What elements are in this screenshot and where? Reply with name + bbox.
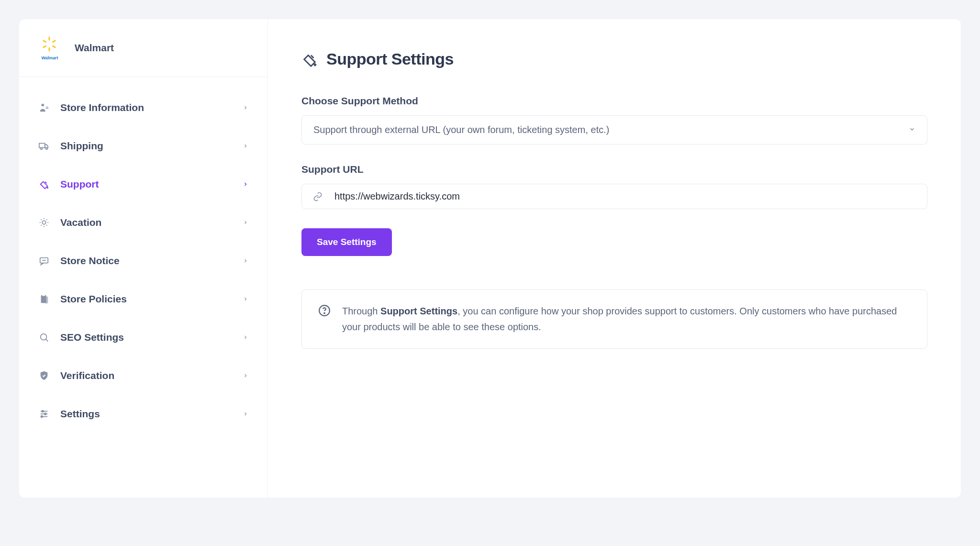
sun-icon bbox=[38, 217, 50, 228]
svg-rect-2 bbox=[52, 39, 56, 43]
svg-line-21 bbox=[41, 225, 41, 225]
support-url-field: Support URL bbox=[301, 164, 927, 209]
sidebar-item-label: Shipping bbox=[60, 140, 232, 152]
sidebar-item-label: SEO Settings bbox=[60, 332, 232, 343]
brand-name: Walmart bbox=[75, 42, 114, 54]
message-icon bbox=[38, 255, 50, 267]
link-icon bbox=[312, 191, 323, 202]
chevron-right-icon bbox=[243, 218, 248, 228]
search-icon bbox=[38, 332, 50, 343]
svg-rect-1 bbox=[49, 47, 50, 51]
chevron-right-icon bbox=[243, 294, 248, 304]
svg-line-29 bbox=[46, 339, 48, 342]
svg-rect-3 bbox=[43, 45, 47, 48]
select-value: Support through external URL (your own f… bbox=[313, 124, 609, 135]
info-box: Through Support Settings, you can config… bbox=[301, 290, 927, 349]
user-icon bbox=[38, 102, 50, 113]
svg-point-31 bbox=[42, 411, 44, 412]
support-method-field: Choose Support Method Support through ex… bbox=[301, 95, 927, 145]
ticket-icon bbox=[38, 178, 50, 190]
svg-rect-26 bbox=[42, 294, 45, 296]
svg-line-17 bbox=[41, 219, 41, 220]
sidebar-nav: Store Information Shipping bbox=[19, 77, 267, 445]
svg-rect-8 bbox=[46, 108, 49, 109]
sliders-icon bbox=[38, 408, 50, 420]
sidebar-item-seo-settings[interactable]: SEO Settings bbox=[19, 318, 267, 357]
info-prefix: Through bbox=[342, 306, 380, 316]
svg-point-28 bbox=[41, 334, 47, 340]
svg-rect-4 bbox=[43, 39, 47, 43]
info-text: Through Support Settings, you can config… bbox=[342, 303, 911, 335]
svg-point-10 bbox=[41, 148, 43, 150]
shield-icon bbox=[38, 370, 50, 381]
sidebar-item-store-information[interactable]: Store Information bbox=[19, 89, 267, 127]
support-url-input-wrap[interactable] bbox=[301, 184, 927, 209]
svg-line-22 bbox=[46, 219, 47, 220]
truck-icon bbox=[38, 140, 50, 152]
support-method-label: Choose Support Method bbox=[301, 95, 927, 107]
chevron-right-icon bbox=[243, 103, 248, 113]
svg-point-39 bbox=[324, 313, 325, 314]
clipboard-icon bbox=[38, 293, 50, 305]
support-url-label: Support URL bbox=[301, 164, 927, 175]
sidebar-item-label: Verification bbox=[60, 370, 232, 381]
svg-rect-9 bbox=[39, 144, 45, 148]
brand-subtext: Walmart bbox=[41, 56, 58, 60]
chevron-down-icon bbox=[909, 126, 915, 134]
ticket-icon bbox=[301, 51, 318, 67]
sidebar-item-label: Store Policies bbox=[60, 293, 232, 305]
sidebar-item-settings[interactable]: Settings bbox=[19, 395, 267, 433]
svg-point-33 bbox=[45, 413, 46, 415]
svg-rect-0 bbox=[49, 36, 50, 41]
sidebar-item-label: Support bbox=[60, 178, 232, 190]
chevron-right-icon bbox=[243, 371, 248, 381]
spark-icon bbox=[41, 36, 57, 52]
svg-rect-7 bbox=[46, 107, 49, 107]
sidebar-item-store-notice[interactable]: Store Notice bbox=[19, 242, 267, 280]
help-icon bbox=[318, 304, 331, 317]
sidebar-item-label: Store Notice bbox=[60, 255, 232, 267]
support-method-select[interactable]: Support through external URL (your own f… bbox=[301, 115, 927, 145]
sidebar-item-label: Vacation bbox=[60, 217, 232, 228]
save-settings-button[interactable]: Save Settings bbox=[301, 228, 392, 256]
sidebar-item-vacation[interactable]: Vacation bbox=[19, 203, 267, 242]
support-url-input[interactable] bbox=[334, 191, 916, 202]
sidebar-item-label: Settings bbox=[60, 408, 232, 420]
chevron-right-icon bbox=[243, 179, 248, 189]
sidebar-item-verification[interactable]: Verification bbox=[19, 357, 267, 395]
sidebar-item-support[interactable]: Support bbox=[19, 165, 267, 203]
info-bold: Support Settings bbox=[380, 306, 457, 316]
svg-point-11 bbox=[46, 148, 48, 150]
chevron-right-icon bbox=[243, 141, 248, 151]
sidebar: Walmart Walmart Store Information bbox=[19, 19, 268, 498]
chevron-right-icon bbox=[243, 256, 248, 266]
svg-rect-27 bbox=[45, 297, 48, 304]
sidebar-item-label: Store Information bbox=[60, 102, 232, 113]
page-title-row: Support Settings bbox=[301, 50, 927, 68]
svg-point-6 bbox=[42, 104, 45, 107]
brand-logo: Walmart bbox=[38, 36, 61, 59]
main-content: Support Settings Choose Support Method S… bbox=[268, 19, 961, 498]
sidebar-item-shipping[interactable]: Shipping bbox=[19, 127, 267, 165]
svg-rect-5 bbox=[52, 45, 56, 48]
svg-line-18 bbox=[46, 225, 47, 225]
chevron-right-icon bbox=[243, 333, 248, 343]
svg-point-35 bbox=[41, 416, 43, 418]
page-title: Support Settings bbox=[326, 50, 454, 68]
sidebar-item-store-policies[interactable]: Store Policies bbox=[19, 280, 267, 318]
svg-point-14 bbox=[42, 221, 45, 224]
brand-block: Walmart Walmart bbox=[19, 19, 267, 77]
chevron-right-icon bbox=[243, 409, 248, 419]
settings-card: Walmart Walmart Store Information bbox=[19, 19, 961, 498]
